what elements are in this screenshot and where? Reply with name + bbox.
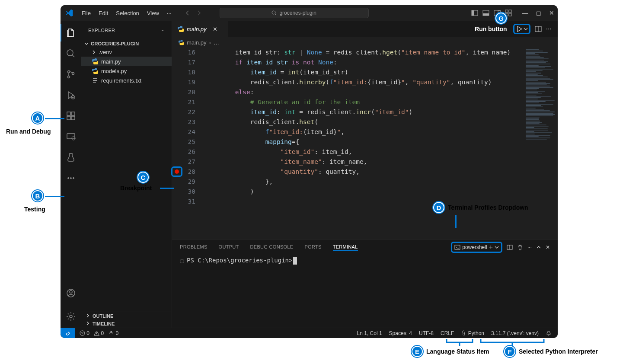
sidebar: EXPLORER ··· GROCERIES-PLUGIN .venv main… [81,21,172,328]
outline-section[interactable]: OUTLINE [81,312,172,320]
activity-explorer-icon[interactable] [61,24,81,42]
activity-accounts-icon[interactable] [61,284,81,302]
chevron-up-icon[interactable] [536,245,541,250]
nav-arrows [184,10,202,16]
activity-search-icon[interactable] [61,45,81,62]
panel-tab-debug-console[interactable]: DEBUG CONSOLE [250,244,294,250]
chevron-down-icon[interactable] [524,27,528,31]
menu-edit[interactable]: Edit [95,10,112,16]
svg-point-13 [67,76,70,78]
svg-point-23 [70,178,71,179]
activity-extensions-icon[interactable] [61,107,81,125]
svg-rect-19 [71,112,75,115]
panel-close-icon[interactable]: ✕ [546,244,550,250]
text-file-icon [92,77,99,84]
status-encoding[interactable]: UTF-8 [419,330,434,336]
chevron-right-icon [86,321,91,326]
window-minimize-icon[interactable]: ― [522,10,528,16]
sidebar-header: EXPLORER ··· [81,21,172,40]
outline-label: OUTLINE [93,313,113,319]
status-language[interactable]: Python [461,330,484,336]
window-close-icon[interactable]: ✕ [549,10,554,16]
terminal-body[interactable]: PS C:\Repos\groceries-plugin> [172,255,558,328]
activity-remote-explorer-icon[interactable] [61,128,81,145]
panel-tab-output[interactable]: OUTPUT [219,244,239,250]
tab-label: main.py [187,26,207,32]
svg-rect-17 [67,116,70,120]
run-button-annotation-label: Run button [475,26,507,32]
sidebar-more-icon[interactable]: ··· [160,28,165,33]
status-cursor-pos[interactable]: Ln 1, Col 1 [357,330,382,336]
search-icon [271,10,277,16]
file-models-py[interactable]: models.py [81,66,172,76]
file-main-py[interactable]: main.py [81,57,172,66]
prompt-icon [180,259,184,263]
editor-more-icon[interactable]: ··· [546,25,552,33]
activity-source-control-icon[interactable] [61,66,81,83]
svg-point-11 [67,50,73,56]
svg-rect-16 [67,112,70,115]
terminal-profile-dropdown[interactable]: powershell + [451,242,502,253]
terminal-new-icon[interactable]: + [489,243,493,251]
activity-run-debug-icon[interactable] [61,86,81,104]
remote-button[interactable] [61,328,75,338]
chevron-down-icon[interactable] [495,245,499,249]
split-editor-icon[interactable] [535,26,542,32]
svg-point-15 [71,96,75,99]
file-requirements[interactable]: requirements.txt [81,76,172,85]
menu-view[interactable]: View [143,10,163,16]
line-gutter[interactable]: 16171819202122232425262728293031 [172,48,205,239]
minimap[interactable] [523,48,558,239]
bell-icon[interactable] [546,330,552,336]
nav-forward-icon[interactable] [195,10,202,16]
svg-rect-10 [509,13,511,16]
status-ports[interactable]: 0 [108,330,118,336]
status-spaces[interactable]: Spaces: 4 [389,330,412,336]
command-center[interactable]: groceries-plugin [220,8,369,18]
vscode-logo-icon [65,9,73,17]
activity-testing-icon[interactable] [61,149,81,166]
chevron-down-icon [84,41,89,46]
python-icon [92,58,99,65]
status-errors[interactable]: 0 [80,330,89,336]
annotation-D: D Terminal Profiles Dropdown [433,202,528,213]
annotation-G: G [495,13,507,24]
title-bar-right: ― ◻ ✕ [471,10,554,16]
timeline-section[interactable]: TIMELINE [81,320,172,328]
status-eol[interactable]: CRLF [441,330,454,336]
nav-back-icon[interactable] [184,10,191,16]
annotation-D-line [455,215,457,228]
window-maximize-icon[interactable]: ◻ [536,10,541,16]
tab-main-py[interactable]: main.py ✕ [172,21,228,37]
run-button[interactable] [513,24,530,34]
project-root[interactable]: GROCERIES-PLUGIN [81,40,172,48]
breadcrumb-file: main.py [187,39,207,46]
terminal-icon [454,244,460,250]
folder-venv[interactable]: .venv [81,48,172,57]
tab-close-icon[interactable]: ✕ [213,26,217,32]
split-terminal-icon[interactable] [507,244,513,250]
annotation-A-line [45,118,64,119]
file-label: .venv [99,49,112,55]
panel-tab-ports[interactable]: PORTS [304,244,321,250]
menu-selection[interactable]: Selection [112,10,143,16]
breadcrumb[interactable]: main.py › … [172,37,558,48]
command-center-text: groceries-plugin [279,10,316,16]
layout-bottom-icon[interactable] [482,10,489,16]
status-warnings[interactable]: 0 [94,330,104,336]
panel-tab-problems[interactable]: PROBLEMS [180,244,208,250]
status-interpreter[interactable]: 3.11.7 ('.venv': venv) [491,330,539,336]
breakpoint-icon[interactable] [175,169,179,174]
panel-tab-terminal[interactable]: TERMINAL [333,244,358,251]
activity-more-icon[interactable] [61,169,81,187]
python-icon [177,26,184,32]
svg-point-26 [70,291,72,293]
panel-more-icon[interactable]: ··· [527,244,532,250]
menu-file[interactable]: File [78,10,95,16]
terminal-prompt: PS C:\Repos\groceries-plugin> [187,257,292,264]
menu-more-icon[interactable]: ··· [163,10,176,16]
layout-left-icon[interactable] [471,10,478,16]
svg-point-12 [67,71,70,73]
activity-settings-icon[interactable] [61,308,81,325]
trash-icon[interactable] [517,244,523,250]
